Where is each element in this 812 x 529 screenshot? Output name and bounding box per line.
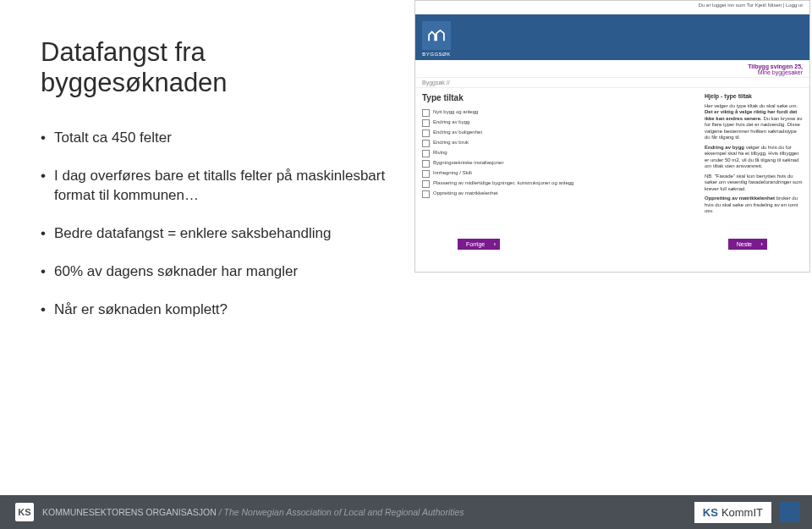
- checkbox-icon[interactable]: [422, 150, 430, 157]
- form-title: Type tiltak: [422, 93, 691, 102]
- checkbox-row[interactable]: Oppretting av matrikkelenhet: [422, 190, 691, 198]
- help-paragraph: Endring av bygg velger du hvis du for ek…: [705, 145, 803, 170]
- bullet-item: Når er søknaden komplett?: [41, 300, 396, 320]
- prev-button[interactable]: Forrige: [458, 239, 500, 250]
- checkbox-row[interactable]: Innhegning / Skilt: [422, 170, 691, 178]
- checkbox-label: Nytt bygg og anlegg: [433, 109, 478, 115]
- checkbox-row[interactable]: Nytt bygg og anlegg: [422, 109, 691, 117]
- brand-logo-icon: [422, 21, 451, 50]
- help-paragraph: Oppretting av matrikkelenhet bruker du h…: [705, 196, 803, 215]
- project-address: Tilbygg svingen 25,: [748, 63, 803, 69]
- help-title: Hjelp - type tiltak: [705, 93, 803, 101]
- logged-in-text: Du er logget inn som Tor Kjetil Nilsen: [699, 3, 782, 8]
- checkbox-icon[interactable]: [422, 119, 430, 127]
- org-name: KOMMUNESEKTORENS ORGANISASJON / The Norw…: [42, 507, 464, 517]
- checkbox-row[interactable]: Plassering av midlertidige bygninger, ko…: [422, 180, 691, 188]
- checkbox-label: Riving: [433, 150, 447, 156]
- brand-bar: BYGGSØK: [415, 14, 809, 60]
- help-paragraph: Her velger du type tiltak du skal søke o…: [705, 103, 803, 141]
- checkbox-row[interactable]: Riving: [422, 150, 691, 157]
- checkbox-label: Plassering av midlertidige bygninger, ko…: [433, 180, 573, 186]
- checkbox-row[interactable]: Endring av bygg: [422, 119, 691, 127]
- checkbox-icon[interactable]: [422, 180, 430, 188]
- sub-header: Tilbygg svingen 25, Mine byggesaker: [415, 60, 809, 77]
- checkbox-icon[interactable]: [422, 129, 430, 137]
- app-screenshot: Du er logget inn som Tor Kjetil Nilsen |…: [414, 0, 810, 273]
- slide-footer: KS KOMMUNESEKTORENS ORGANISASJON / The N…: [0, 495, 812, 529]
- footer-square-icon: [780, 502, 800, 522]
- checkbox-icon[interactable]: [422, 109, 430, 117]
- checkbox-label: Endring av bygg: [433, 119, 469, 125]
- checkbox-label: Endring av boligenhet: [433, 129, 482, 135]
- checkbox-label: Innhegning / Skilt: [433, 170, 472, 176]
- checkbox-label: Endring av bruk: [433, 140, 469, 146]
- checkbox-row[interactable]: Endring av boligenhet: [422, 129, 691, 137]
- checkbox-row[interactable]: Endring av bruk: [422, 140, 691, 147]
- checkbox-icon[interactable]: [422, 170, 430, 178]
- form-area: Type tiltak Nytt bygg og anlegg Endring …: [415, 88, 698, 223]
- checkbox-icon[interactable]: [422, 140, 430, 147]
- ks-logo-icon: KS: [15, 503, 34, 521]
- breadcrumb: Byggsak //: [415, 77, 809, 88]
- checkbox-label: Bygningstekniske installasjoner: [433, 160, 503, 166]
- my-cases-link[interactable]: Mine byggesaker: [758, 69, 803, 75]
- logout-link[interactable]: Logg ut: [786, 3, 803, 8]
- next-button[interactable]: Neste: [728, 239, 767, 250]
- kommit-logo: KS KommIT: [694, 502, 771, 523]
- bullet-item: Bedre datafangst = enklere saksbehandlin…: [41, 224, 396, 244]
- slide-title: Datafangst fra byggesøknaden: [41, 37, 396, 98]
- checkbox-icon[interactable]: [422, 160, 430, 168]
- bullet-list: Totalt ca 450 felter I dag overføres bar…: [41, 129, 396, 320]
- bullet-item: I dag overføres bare et titalls felter p…: [41, 167, 396, 206]
- login-bar: Du er logget inn som Tor Kjetil Nilsen |…: [415, 1, 809, 14]
- help-panel: Hjelp - type tiltak Her velger du type t…: [698, 88, 809, 223]
- bullet-item: 60% av dagens søknader har mangler: [41, 262, 396, 282]
- bullet-item: Totalt ca 450 felter: [41, 129, 396, 148]
- brand-name: BYGGSØK: [422, 52, 451, 57]
- nav-buttons: Forrige Neste: [415, 223, 809, 250]
- slide-text: Datafangst fra byggesøknaden Totalt ca 4…: [41, 37, 396, 339]
- help-paragraph: NB. "Fasade" skal kun benyttes hvis du s…: [705, 174, 803, 193]
- checkbox-label: Oppretting av matrikkelenhet: [433, 190, 498, 196]
- checkbox-row[interactable]: Bygningstekniske installasjoner: [422, 160, 691, 168]
- checkbox-icon[interactable]: [422, 190, 430, 198]
